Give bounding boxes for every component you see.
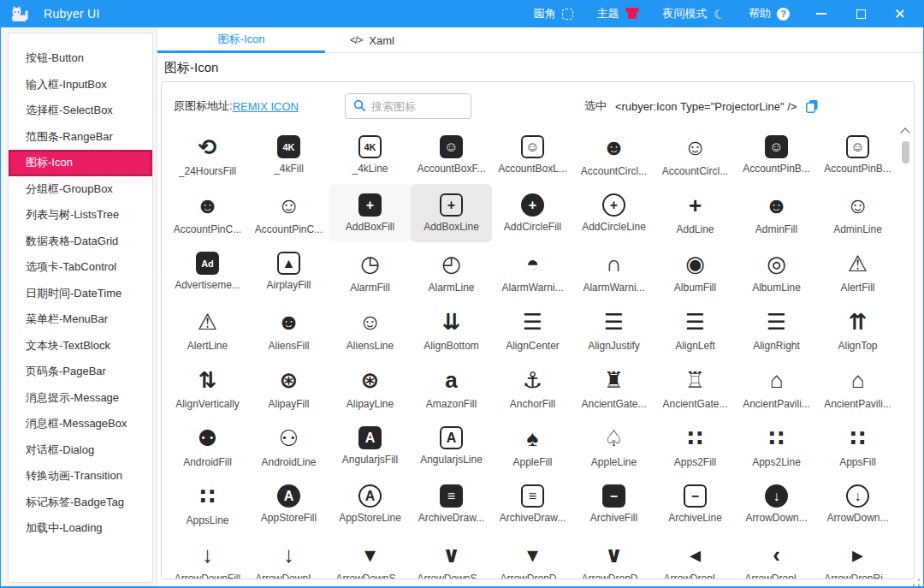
sidebar-item-menubar[interactable]: 菜单栏-MenuBar (9, 306, 152, 333)
sidebar-item-rangebar[interactable]: 范围条-RangeBar (9, 124, 152, 151)
icon-cell-AccountCircl[interactable]: ☺AccountCircl... (654, 126, 736, 184)
sidebar-item-pagebar[interactable]: 页码条-PageBar (9, 359, 152, 385)
icon-cell-AppleLine[interactable]: ♤AppleLine (573, 417, 654, 475)
icon-cell-AlipayLine[interactable]: ⊛AlipayLine (329, 359, 411, 417)
corner-toggle-button[interactable]: 圆角 (524, 0, 583, 27)
scroll-down-icon[interactable] (900, 576, 909, 579)
search-input[interactable] (371, 100, 463, 113)
icon-cell-AccountPinB[interactable]: ☺AccountPinB... (736, 126, 817, 184)
icon-cell-ArrowDown[interactable]: ↓ArrowDown... (736, 475, 817, 533)
vertical-scrollbar[interactable] (900, 128, 910, 579)
icon-cell-AdminLine[interactable]: ☺AdminLine (817, 184, 898, 242)
sidebar-item-dialog[interactable]: 对话框-Dialog (9, 437, 152, 464)
tab-xaml[interactable]: </> Xaml (325, 27, 419, 53)
icon-cell-ArrowDropD[interactable]: ∨ArrowDropD... (573, 533, 654, 579)
scroll-up-icon[interactable] (900, 128, 909, 137)
tab-icon-demo[interactable]: 图标-Icon (157, 27, 325, 53)
icon-cell-AncientGate[interactable]: ♜AncientGate... (573, 359, 654, 417)
icon-cell-AncientPavili[interactable]: ⌂AncientPavili... (817, 359, 898, 417)
sidebar-item-loading[interactable]: 加载中-Loading (9, 515, 152, 542)
sidebar-item-datagrid[interactable]: 数据表格-DataGrid (9, 229, 152, 255)
icon-cell-AddLine[interactable]: +AddLine (654, 184, 736, 242)
icon-cell-AccountCircl[interactable]: ☻AccountCircl... (573, 126, 654, 184)
icon-cell-AppsFill[interactable]: ∷AppsFill (817, 417, 898, 475)
icon-cell-AlertLine[interactable]: ⚠AlertLine (167, 300, 248, 359)
icon-cell-AppStoreFill[interactable]: AAppStoreFill (248, 475, 329, 533)
icon-cell-AngularjsLine[interactable]: AAngularjsLine (411, 417, 492, 475)
sidebar-item-tabcontrol[interactable]: 选项卡-TabControl (9, 254, 152, 281)
icon-cell-AlbumFill[interactable]: ◉AlbumFill (654, 242, 736, 300)
icon-cell-AddCircleFill[interactable]: +AddCircleFill (492, 184, 573, 242)
icon-cell-AccountPinB[interactable]: ☺AccountPinB... (817, 126, 898, 184)
maximize-button[interactable] (843, 0, 879, 27)
night-mode-button[interactable]: 夜间模式 ☾ (653, 0, 735, 27)
sidebar-item-groupbox[interactable]: 分组框-GroupBox (9, 176, 152, 203)
icon-cell-AngularjsFill[interactable]: AAngularjsFill (329, 417, 411, 475)
icon-cell-24HoursFill[interactable]: ⟲_24HoursFill (167, 126, 248, 184)
icon-cell-ArrowDownS[interactable]: ▾ArrowDownS... (329, 533, 411, 579)
sidebar-item-messagebox[interactable]: 消息框-MessageBox (9, 411, 152, 437)
icon-cell-4kLine[interactable]: 4K_4kLine (329, 126, 411, 184)
icon-cell-AccountPinC[interactable]: ☻AccountPinC... (167, 184, 248, 242)
icon-cell-AccountPinC[interactable]: ☺AccountPinC... (248, 184, 329, 242)
icon-cell-ArrowDownS[interactable]: ∨ArrowDownS... (411, 533, 492, 579)
sidebar-item-button[interactable]: 按钮-Button (9, 45, 152, 72)
sidebar-item-selectbox[interactable]: 选择框-SelectBox (9, 98, 152, 124)
icon-cell-ArrowDropL[interactable]: ◂ArrowDropL... (654, 533, 736, 579)
icon-cell-AlipayFill[interactable]: ⊛AlipayFill (248, 359, 329, 417)
icon-cell-AncientGate[interactable]: ♖AncientGate... (654, 359, 736, 417)
icon-cell-ArchiveDraw[interactable]: ≡ArchiveDraw... (411, 475, 492, 533)
close-button[interactable] (882, 0, 918, 27)
icon-cell-ArrowDropD[interactable]: ▾ArrowDropD... (492, 533, 573, 579)
scrollbar-thumb[interactable] (902, 141, 909, 163)
icon-cell-AlignJustify[interactable]: ☰AlignJustify (573, 300, 654, 359)
icon-cell-AlbumLine[interactable]: ◎AlbumLine (736, 242, 817, 300)
icon-cell-AlignVertically[interactable]: ⇅AlignVertically (167, 359, 248, 417)
icon-cell-AndroidFill[interactable]: ⚉AndroidFill (167, 417, 248, 475)
remix-icon-link[interactable]: REMIX ICON (233, 100, 299, 113)
icon-cell-ArchiveFill[interactable]: −ArchiveFill (573, 475, 654, 533)
icon-cell-ArrowDownL[interactable]: ↓ArrowDownL... (248, 533, 329, 579)
icon-cell-AddBoxLine[interactable]: +AddBoxLine (411, 184, 492, 242)
sidebar-item-badgetag[interactable]: 标记标签-BadgeTag (9, 490, 152, 516)
icon-cell-AirplayFill[interactable]: ▲AirplayFill (248, 242, 329, 300)
icon-cell-ArrowDropRi[interactable]: ▸ArrowDropRi... (817, 533, 898, 579)
icon-cell-4kFill[interactable]: 4K_4kFill (248, 126, 329, 184)
sidebar-item-liststree[interactable]: 列表与树-ListsTree (9, 202, 152, 229)
icon-cell-AndroidLine[interactable]: ⚇AndroidLine (248, 417, 329, 475)
minimize-button[interactable] (803, 0, 839, 27)
icon-cell-AliensLine[interactable]: ☺AliensLine (329, 300, 411, 359)
icon-cell-AccountBoxL[interactable]: ☺AccountBoxL... (492, 126, 573, 184)
icon-cell-ArrowDown[interactable]: ↓ArrowDown... (817, 475, 898, 533)
icon-cell-AlarmWarni[interactable]: ∩AlarmWarni... (573, 242, 654, 300)
icon-cell-AdminFill[interactable]: ☻AdminFill (736, 184, 817, 242)
sidebar-item-message[interactable]: 消息提示-Message (9, 385, 152, 412)
icon-cell-AliensFill[interactable]: ☻AliensFill (248, 300, 329, 359)
icon-cell-AlertFill[interactable]: ⚠AlertFill (817, 242, 898, 300)
icon-cell-AddCircleLine[interactable]: +AddCircleLine (573, 184, 654, 242)
sidebar-item-datetime[interactable]: 日期时间-DateTime (9, 281, 152, 307)
sidebar-item-inputbox[interactable]: 输入框-InputBox (9, 72, 152, 98)
resize-grip[interactable] (911, 578, 921, 587)
copy-icon[interactable] (805, 99, 819, 113)
help-button[interactable]: 帮助 ? (738, 0, 800, 27)
sidebar-item-textblock[interactable]: 文本块-TextBlock (9, 333, 152, 359)
icon-cell-AppsLine[interactable]: ∷AppsLine (167, 475, 248, 533)
icon-cell-AlarmFill[interactable]: ◷AlarmFill (329, 242, 411, 300)
icon-cell-Apps2Fill[interactable]: ∷Apps2Fill (654, 417, 736, 475)
icon-cell-AnchorFill[interactable]: ⚓AnchorFill (492, 359, 573, 417)
icon-cell-AlignRight[interactable]: ☰AlignRight (736, 300, 817, 359)
icon-cell-AppleFill[interactable]: ♠AppleFill (492, 417, 573, 475)
sidebar-item-transition[interactable]: 转换动画-Transition (9, 463, 152, 490)
icon-cell-ArchiveDraw[interactable]: ≡ArchiveDraw... (492, 475, 573, 533)
sidebar-item-icon[interactable]: 图标-Icon (9, 150, 152, 176)
icon-cell-AlignLeft[interactable]: ☰AlignLeft (654, 300, 736, 359)
icon-cell-AddBoxFill[interactable]: +AddBoxFill (329, 184, 411, 242)
icon-cell-AppStoreLine[interactable]: AAppStoreLine (329, 475, 411, 533)
icon-cell-ArchiveLine[interactable]: −ArchiveLine (654, 475, 736, 533)
icon-cell-AccountBoxF[interactable]: ☺AccountBoxF... (411, 126, 492, 184)
icon-cell-ArrowDropL[interactable]: ‹ArrowDropL... (736, 533, 817, 579)
icon-cell-AncientPavili[interactable]: ⌂AncientPavili... (736, 359, 817, 417)
icon-cell-AmazonFill[interactable]: aAmazonFill (411, 359, 492, 417)
icon-cell-AlarmWarni[interactable]: ◓AlarmWarni... (492, 242, 573, 300)
